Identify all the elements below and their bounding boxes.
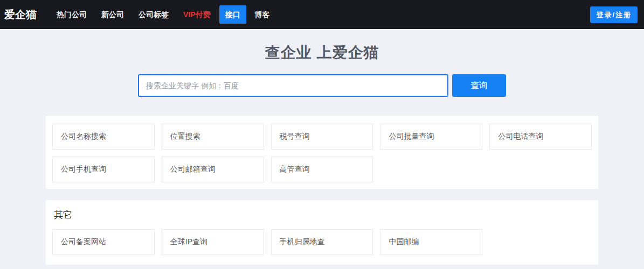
quick-link-card[interactable]: 公司批量查询 (380, 124, 482, 150)
nav-item[interactable]: 博客 (249, 5, 276, 24)
quick-link-card[interactable]: 公司电话查询 (489, 124, 592, 150)
nav-item[interactable]: 公司标签 (133, 5, 175, 24)
other-link-card[interactable]: 中国邮编 (380, 229, 482, 255)
page-title: 查企业 上爱企猫 (0, 45, 644, 60)
quick-link-card[interactable]: 位置搜索 (162, 124, 264, 150)
other-links-grid: 公司备案网站 全球IP查询 手机归属地查 中国邮编 (52, 229, 592, 255)
nav-item[interactable]: 接口 (219, 5, 246, 24)
search-button[interactable]: 查询 (452, 74, 506, 97)
quick-links-section: 公司名称搜索 位置搜索 税号查询 公司批量查询 公司电话查询 公司手机查询 公司… (46, 116, 598, 189)
top-navbar: 爱企猫 热门公司 新公司 公司标签 VIP付费 接口 博客 登录/注册 (0, 0, 644, 29)
company-search-input[interactable] (138, 74, 448, 97)
other-section: 其它 公司备案网站 全球IP查询 手机归属地查 中国邮编 (46, 200, 598, 265)
quick-link-card[interactable]: 税号查询 (271, 124, 373, 150)
nav-links: 热门公司 新公司 公司标签 VIP付费 接口 博客 (51, 5, 590, 24)
other-link-card[interactable]: 公司备案网站 (52, 229, 155, 255)
other-section-title: 其它 (54, 209, 592, 221)
nav-item[interactable]: 新公司 (95, 5, 130, 24)
quick-link-card[interactable]: 高管查询 (271, 157, 373, 182)
quick-link-card[interactable]: 公司邮箱查询 (162, 157, 264, 182)
site-logo[interactable]: 爱企猫 (4, 8, 37, 22)
quick-link-card[interactable]: 公司手机查询 (52, 157, 155, 182)
quick-links-grid: 公司名称搜索 位置搜索 税号查询 公司批量查询 公司电话查询 公司手机查询 公司… (52, 124, 592, 182)
login-register-button[interactable]: 登录/注册 (590, 6, 638, 23)
quick-link-card[interactable]: 公司名称搜索 (52, 124, 155, 150)
other-link-card[interactable]: 全球IP查询 (162, 229, 264, 255)
nav-item[interactable]: VIP付费 (177, 5, 217, 24)
nav-item[interactable]: 热门公司 (51, 5, 93, 24)
search-bar: 查询 (0, 74, 644, 97)
other-link-card[interactable]: 手机归属地查 (271, 229, 373, 255)
